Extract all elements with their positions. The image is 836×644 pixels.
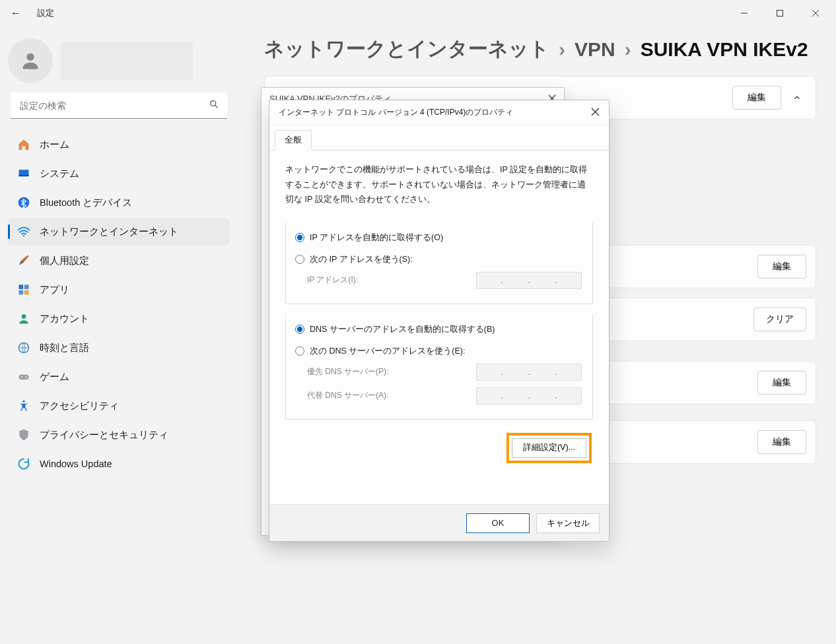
highlight-box: 詳細設定(V)...: [506, 433, 592, 463]
svg-rect-11: [19, 285, 24, 290]
chevron-right-icon: ›: [625, 38, 631, 61]
nav-label: アクセシビリティ: [40, 400, 119, 412]
svg-point-19: [25, 376, 26, 377]
avatar: [8, 38, 53, 83]
minimize-button[interactable]: [729, 3, 759, 24]
radio-label: DNS サーバーのアドレスを自動的に取得する(B): [310, 324, 495, 335]
svg-point-5: [211, 101, 216, 106]
nav-privacy[interactable]: プライバシーとセキュリティ: [8, 421, 230, 449]
apps-icon: [17, 283, 30, 296]
nav-label: アプリ: [40, 284, 69, 296]
search-input[interactable]: [11, 92, 227, 119]
edit-button[interactable]: 編集: [757, 430, 806, 454]
dns-preferred-row: 優先 DNS サーバー(P): ...: [294, 362, 584, 386]
nav-time[interactable]: 時刻と言語: [8, 334, 230, 362]
svg-rect-13: [19, 290, 24, 295]
nav-label: 個人用設定: [40, 255, 89, 267]
close-button[interactable]: [800, 3, 831, 24]
wifi-icon: [17, 225, 30, 238]
breadcrumb-current: SUIKA VPN IKEv2: [641, 38, 808, 61]
cancel-button[interactable]: キャンセル: [536, 513, 600, 533]
radio-input[interactable]: [295, 325, 304, 334]
nav-label: ゲーム: [40, 371, 69, 383]
home-icon: [17, 138, 30, 151]
nav-label: システム: [40, 168, 79, 180]
dns-preferred-input: ...: [476, 364, 582, 381]
chevron-up-icon[interactable]: [788, 88, 806, 107]
nav-update[interactable]: Windows Update: [8, 450, 230, 478]
ip-address-row: IP アドレス(I): ...: [294, 271, 584, 294]
nav-gaming[interactable]: ゲーム: [8, 363, 230, 391]
nav-apps[interactable]: アプリ: [8, 276, 230, 304]
radio-dns-manual[interactable]: 次の DNS サーバーのアドレスを使う(E):: [294, 340, 584, 362]
ipv4-properties-dialog: インターネット プロトコル バージョン 4 (TCP/IPv4)のプロパティ 全…: [269, 100, 610, 542]
dns-alt-input: ...: [476, 387, 582, 404]
accessibility-icon: [17, 399, 30, 412]
svg-point-15: [22, 314, 26, 319]
maximize-button[interactable]: [765, 3, 795, 24]
radio-label: IP アドレスを自動的に取得する(O): [310, 232, 443, 243]
ip-group: IP アドレスを自動的に取得する(O) 次の IP アドレスを使う(S): IP…: [285, 222, 593, 304]
radio-input[interactable]: [295, 233, 304, 242]
nav-label: アカウント: [40, 313, 89, 325]
update-icon: [17, 457, 30, 470]
nav-label: Windows Update: [40, 459, 112, 469]
user-row[interactable]: [8, 38, 230, 83]
user-name-block: [61, 42, 193, 80]
radio-ip-manual[interactable]: 次の IP アドレスを使う(S):: [294, 249, 584, 271]
close-icon[interactable]: [591, 108, 600, 118]
radio-input[interactable]: [295, 255, 304, 264]
nav-accessibility[interactable]: アクセシビリティ: [8, 392, 230, 420]
clear-button[interactable]: クリア: [753, 307, 806, 331]
nav-accounts[interactable]: アカウント: [8, 305, 230, 333]
svg-line-6: [215, 106, 217, 108]
window-title: 設定: [37, 7, 54, 19]
search-icon: [209, 99, 219, 112]
chevron-right-icon: ›: [559, 38, 565, 61]
tab-general[interactable]: 全般: [275, 130, 312, 150]
svg-point-20: [22, 401, 24, 402]
bluetooth-icon: [17, 196, 30, 209]
account-icon: [17, 312, 30, 325]
edit-button[interactable]: 編集: [732, 86, 781, 110]
shield-icon: [17, 428, 30, 441]
nav-system[interactable]: システム: [8, 160, 230, 187]
svg-point-4: [26, 53, 34, 61]
nav-label: ホーム: [40, 139, 69, 151]
back-button[interactable]: ←: [5, 3, 26, 24]
gamepad-icon: [17, 370, 30, 383]
sidebar: ホーム システム Bluetooth とデバイス ネットワークとインターネット …: [0, 26, 238, 490]
globe-clock-icon: [17, 341, 30, 354]
advanced-button[interactable]: 詳細設定(V)...: [512, 438, 586, 458]
nav-network[interactable]: ネットワークとインターネット: [8, 218, 230, 245]
radio-dns-auto[interactable]: DNS サーバーのアドレスを自動的に取得する(B): [294, 319, 584, 340]
nav-label: 時刻と言語: [40, 342, 89, 354]
system-icon: [17, 167, 30, 180]
nav-home[interactable]: ホーム: [8, 131, 230, 158]
breadcrumb-vpn[interactable]: VPN: [575, 38, 615, 61]
nav-personalization[interactable]: 個人用設定: [8, 247, 230, 274]
dns-preferred-label: 優先 DNS サーバー(P):: [307, 366, 388, 377]
edit-button[interactable]: 編集: [757, 255, 806, 278]
breadcrumb: ネットワークとインターネット › VPN › SUIKA VPN IKEv2: [264, 36, 816, 63]
svg-rect-17: [19, 375, 29, 380]
ip-address-input: ...: [476, 272, 582, 289]
dialog-description: ネットワークでこの機能がサポートされている場合は、IP 設定を自動的に取得するこ…: [285, 162, 593, 207]
nav-label: プライバシーとセキュリティ: [40, 429, 168, 441]
edit-button[interactable]: 編集: [757, 371, 806, 395]
nav-label: Bluetooth とデバイス: [40, 197, 132, 209]
nav-label: ネットワークとインターネット: [40, 226, 178, 238]
radio-label: 次の IP アドレスを使う(S):: [310, 254, 413, 265]
ok-button[interactable]: OK: [466, 513, 530, 533]
tab-strip: 全般: [269, 125, 609, 150]
search-box[interactable]: [11, 92, 227, 119]
radio-label: 次の DNS サーバーのアドレスを使う(E):: [310, 346, 465, 357]
radio-ip-auto[interactable]: IP アドレスを自動的に取得する(O): [294, 227, 584, 249]
radio-input[interactable]: [295, 346, 304, 356]
svg-point-10: [23, 235, 25, 237]
breadcrumb-network[interactable]: ネットワークとインターネット: [264, 36, 549, 63]
nav-bluetooth[interactable]: Bluetooth とデバイス: [8, 189, 230, 216]
brush-icon: [17, 254, 30, 267]
dns-alt-row: 代替 DNS サーバー(A): ...: [294, 386, 584, 410]
dns-group: DNS サーバーのアドレスを自動的に取得する(B) 次の DNS サーバーのアド…: [285, 313, 593, 420]
